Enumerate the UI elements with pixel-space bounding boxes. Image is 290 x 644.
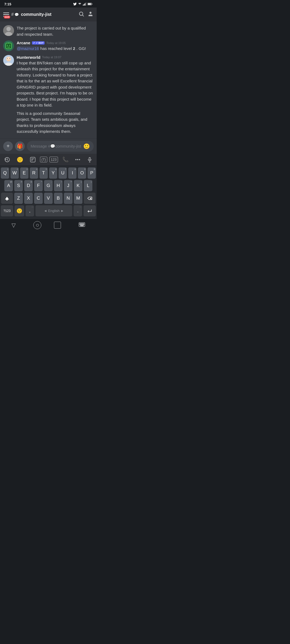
nav-keyboard-button[interactable] [73, 221, 90, 230]
key-space[interactable]: ◄ English ► [35, 205, 72, 217]
signal-icon [83, 2, 86, 6]
key-o[interactable]: 9O [78, 167, 86, 179]
key-emoji-bottom[interactable]: 🙂 [15, 205, 24, 217]
chat-area: The project is carried out by a qualifie… [0, 21, 97, 138]
hunterworld-message-header: Hunterworld Today at 19:07 [17, 55, 93, 60]
key-backspace[interactable] [84, 193, 96, 204]
svg-point-17 [7, 45, 8, 46]
status-bar: 7:15 [0, 0, 97, 8]
battery-icon [88, 2, 92, 6]
shift-icon [5, 196, 9, 201]
key-n[interactable]: :N [64, 193, 73, 204]
recent-icon [4, 157, 10, 163]
kb-row-4: ?123 🙂 ,··· ◄ English ► .··· [1, 205, 96, 217]
key-d[interactable]: &D [24, 180, 33, 191]
hunterworld-message-content: Hunterworld Today at 19:07 I hope that B… [17, 55, 93, 135]
key-b[interactable]: B [54, 193, 63, 204]
key-w[interactable]: 2W [10, 167, 19, 179]
key-z[interactable]: "Z [14, 193, 23, 204]
svg-rect-6 [88, 3, 91, 5]
key-e[interactable]: 3E [20, 167, 28, 179]
key-s[interactable]: #S [14, 180, 23, 191]
key-shift[interactable] [1, 193, 13, 204]
nav-recent-button[interactable] [54, 222, 61, 229]
menu-button[interactable]: 9245 [3, 12, 9, 17]
nav-back-button[interactable]: ▽ [6, 221, 21, 229]
svg-rect-5 [92, 3, 92, 5]
svg-rect-1 [84, 4, 84, 5]
header: 9245 # 💬 community-jist [0, 8, 97, 21]
search-button[interactable] [78, 11, 84, 18]
partial-message-content: The project is carried out by a qualifie… [17, 25, 93, 37]
key-t[interactable]: 5T [39, 167, 48, 179]
key-numeric[interactable]: ?123 [1, 205, 13, 217]
emoji-button[interactable]: 🙂 [83, 143, 90, 149]
key-period[interactable]: .··· [74, 205, 82, 217]
keyboard-toolbar-recent[interactable] [2, 156, 12, 164]
key-f[interactable]: *F [34, 180, 43, 191]
keyboard-toolbar-phone[interactable]: 📞 [60, 155, 71, 164]
gift-icon: 🎁 [17, 143, 23, 149]
svg-rect-40 [82, 223, 83, 224]
wifi-icon [78, 2, 82, 6]
svg-rect-42 [80, 224, 81, 225]
status-icons [73, 2, 92, 6]
keyboard-toolbar-voice[interactable] [85, 156, 95, 163]
keyboard-toolbar-more[interactable]: ••• [73, 156, 83, 163]
key-g[interactable]: -G [44, 180, 53, 191]
arcane-author: Arcane [17, 41, 30, 45]
key-i[interactable]: 8I [68, 167, 77, 179]
svg-rect-0 [83, 5, 84, 6]
channel-icon: # 💬 [11, 12, 19, 17]
svg-rect-3 [86, 2, 86, 6]
message-input-wrap[interactable]: 🙂 [27, 141, 94, 152]
key-q[interactable]: 1Q [1, 167, 9, 179]
gift-button[interactable]: 🎁 [15, 141, 25, 151]
input-area: + 🎁 🙂 [0, 138, 97, 154]
key-comma[interactable]: ,··· [26, 205, 34, 217]
key-m[interactable]: M [74, 193, 82, 204]
key-x[interactable]: X [24, 193, 33, 204]
key-r[interactable]: 4R [30, 167, 38, 179]
hunterworld-avatar-icon [3, 55, 14, 66]
key-u[interactable]: 7U [59, 167, 67, 179]
avatar-hunterworld [3, 55, 14, 66]
keyboard-toolbar-numeric[interactable]: 123 [49, 157, 58, 162]
arcane-bot-badge: ✓ ✓ BOT [32, 41, 45, 45]
profile-icon [88, 11, 93, 17]
key-c[interactable]: C [34, 193, 43, 204]
twitter-icon [73, 2, 77, 6]
search-icon [78, 11, 84, 17]
keyboard-toolbar-sticker[interactable] [28, 156, 38, 164]
kb-row-1: 1Q 2W 3E 4R 5T 6Y 7U 8I 9O 0P [1, 167, 96, 179]
message-input[interactable] [31, 144, 82, 148]
nav-bar: ▽ ○ [0, 219, 97, 231]
add-icon: + [6, 143, 10, 149]
arcane-timestamp: Today at 19:05 [46, 41, 66, 45]
keyboard-toolbar-format[interactable]: {T} [40, 157, 47, 162]
add-button[interactable]: + [3, 141, 13, 151]
nav-home-button[interactable]: ○ [33, 221, 41, 229]
svg-line-11 [82, 15, 84, 16]
key-v[interactable]: V [44, 193, 53, 204]
key-j[interactable]: ?J [64, 180, 73, 191]
key-l[interactable]: )L [84, 180, 92, 191]
profile-button[interactable] [88, 11, 93, 18]
key-h[interactable]: !H [54, 180, 63, 191]
arcane-message-header: Arcane ✓ ✓ BOT Today at 19:05 [17, 41, 93, 45]
hunterworld-message-text1: I hope that BNToken can still cope up an… [17, 60, 93, 108]
keyboard-toolbar-emoji[interactable]: 🙂 [15, 155, 26, 164]
key-a[interactable]: @A [4, 180, 13, 191]
hunterworld-message-text2: This is a good community Seasonal projec… [17, 111, 93, 135]
notification-badge: 9245 [4, 16, 10, 19]
svg-rect-2 [85, 3, 85, 6]
header-actions [78, 11, 93, 18]
svg-rect-38 [80, 223, 81, 224]
svg-point-12 [89, 12, 91, 14]
key-p[interactable]: 0P [88, 167, 96, 179]
svg-rect-7 [3, 13, 9, 13]
key-return[interactable] [84, 205, 96, 217]
key-k[interactable]: (K [74, 180, 82, 191]
svg-point-24 [7, 58, 8, 58]
key-y[interactable]: 6Y [49, 167, 57, 179]
